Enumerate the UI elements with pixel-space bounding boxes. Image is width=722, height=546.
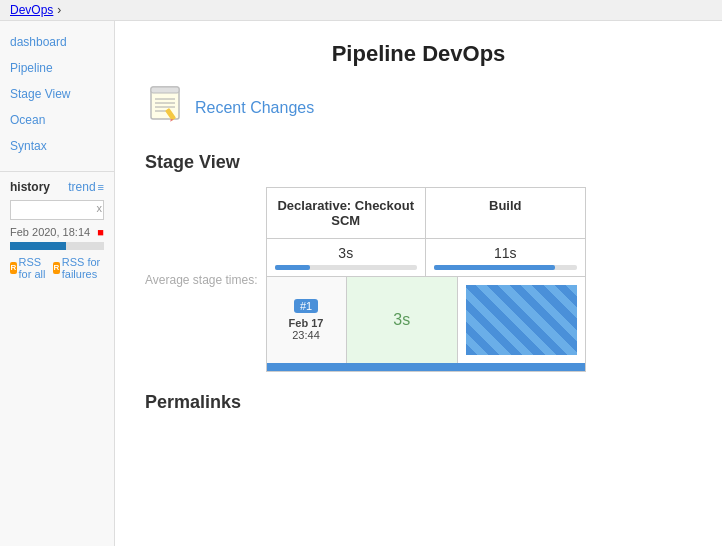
stage-progress-fill-0 — [275, 265, 311, 270]
permalinks-title: Permalinks — [135, 392, 702, 413]
rss-failures-label: RSS for failures — [62, 256, 104, 280]
rss-failures-link[interactable]: R RSS for failures — [53, 256, 104, 280]
sidebar-item-ocean[interactable]: Ocean — [0, 107, 114, 133]
stage-cell-0[interactable]: 3s — [347, 277, 459, 363]
stage-progress-bg-0 — [275, 265, 418, 270]
run-date: Feb 17 — [289, 317, 324, 329]
trend-label: trend — [68, 180, 95, 194]
history-bar — [10, 242, 66, 250]
rss-failures-icon: R — [53, 262, 60, 274]
main-content: Pipeline DevOps Recent Changes — [115, 21, 722, 546]
search-box-container: x — [10, 200, 104, 220]
run-time: 23:44 — [292, 329, 320, 341]
recent-changes-section: Recent Changes — [135, 83, 702, 132]
stage-avg-time-1: 11s — [434, 245, 577, 261]
sidebar-item-pipeline[interactable]: Pipeline — [0, 55, 114, 81]
rss-all-label: RSS for all — [19, 256, 48, 280]
history-bar-container — [10, 242, 104, 250]
stage-cell-time: 3s — [393, 311, 410, 329]
breadcrumb: DevOps › — [0, 0, 722, 21]
run-number-badge: #1 — [294, 299, 318, 313]
sidebar: dashboard Pipeline Stage View Ocean Synt… — [0, 21, 115, 546]
notebook-icon — [145, 83, 185, 132]
rss-all-link[interactable]: R RSS for all — [10, 256, 47, 280]
sidebar-history-header: history trend ≡ — [10, 180, 104, 194]
stage-avg-cell-0: 3s — [267, 239, 427, 276]
stage-table: Declarative: Checkout SCM Build 3s 11s — [266, 187, 586, 372]
breadcrumb-chevron: › — [57, 3, 61, 17]
stage-view-container: Average stage times: Declarative: Checko… — [135, 187, 702, 372]
history-item: Feb 2020, 18:14 ■ — [10, 226, 104, 238]
sidebar-trend-link[interactable]: trend ≡ — [68, 180, 104, 194]
stage-col-header-0: Declarative: Checkout SCM — [267, 188, 427, 238]
stage-progress-fill-1 — [434, 265, 555, 270]
sidebar-item-syntax[interactable]: Syntax — [0, 133, 114, 159]
sidebar-history-section: history trend ≡ x Feb 2020, 18:14 ■ R — [0, 171, 114, 288]
svg-rect-1 — [151, 87, 179, 93]
stage-avg-time-0: 3s — [275, 245, 418, 261]
stage-avg-cell-1: 11s — [426, 239, 585, 276]
stage-progress-bg-1 — [434, 265, 577, 270]
history-date: Feb 2020, 18:14 — [10, 226, 90, 238]
rss-all-icon: R — [10, 262, 17, 274]
avg-stage-label: Average stage times: — [145, 273, 258, 287]
search-clear-icon[interactable]: x — [97, 202, 103, 214]
sidebar-history-title: history — [10, 180, 50, 194]
stage-run-label: #1 Feb 17 23:44 — [267, 277, 347, 363]
stage-col-header-1: Build — [426, 188, 585, 238]
stage-cell-1[interactable] — [458, 277, 585, 363]
history-error-icon: ■ — [97, 226, 104, 238]
trend-icon: ≡ — [98, 181, 104, 193]
stage-run-row: #1 Feb 17 23:44 3s — [267, 277, 585, 363]
stage-view-title: Stage View — [135, 152, 702, 173]
stage-bottom-bar — [267, 363, 585, 371]
sidebar-item-stageview[interactable]: Stage View — [0, 81, 114, 107]
sidebar-item-dashboard[interactable]: dashboard — [0, 29, 114, 55]
history-search-input[interactable] — [10, 200, 104, 220]
breadcrumb-devops-link[interactable]: DevOps — [10, 3, 53, 17]
stage-table-header: Declarative: Checkout SCM Build — [267, 188, 585, 239]
stage-avg-row: 3s 11s — [267, 239, 585, 277]
rss-links: R RSS for all R RSS for failures — [10, 256, 104, 280]
sidebar-nav: dashboard Pipeline Stage View Ocean Synt… — [0, 21, 114, 167]
page-title: Pipeline DevOps — [135, 21, 702, 83]
recent-changes-link[interactable]: Recent Changes — [195, 99, 314, 117]
